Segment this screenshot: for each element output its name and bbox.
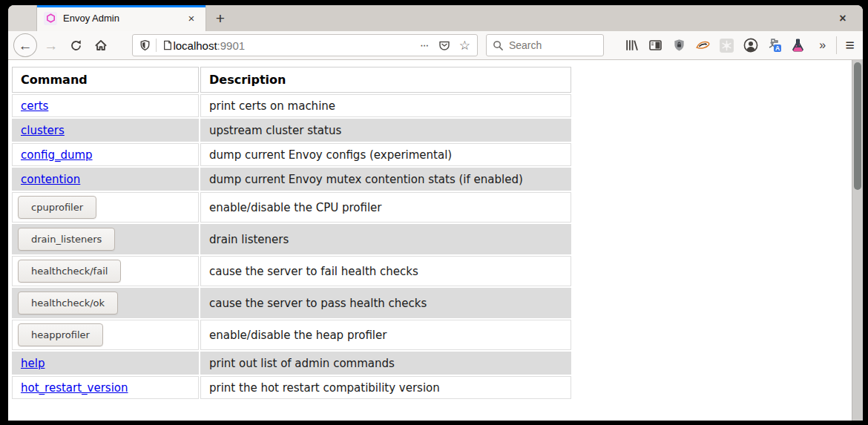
overflow-chevron-icon[interactable]: »	[814, 38, 829, 53]
tab-close-icon[interactable]: ×	[184, 11, 199, 26]
button-healthcheck-ok[interactable]: healthcheck/ok	[18, 291, 118, 314]
table-row: hot_restart_version print the hot restar…	[12, 376, 571, 399]
page-content: Command Description certs print certs on…	[8, 60, 863, 421]
library-icon[interactable]	[624, 38, 640, 53]
account-icon[interactable]	[743, 38, 758, 53]
titlebar-spacer	[8, 5, 37, 31]
svg-text:A: A	[775, 45, 780, 52]
menu-icon[interactable]: ≡	[842, 38, 858, 53]
back-button[interactable]: ←	[13, 33, 37, 57]
back-icon: ←	[18, 39, 32, 53]
row-description: dump current Envoy configs (experimental…	[200, 143, 571, 166]
table-row: help print out list of admin commands	[12, 352, 571, 375]
table-row: healthcheck/ok cause the server to pass …	[12, 288, 571, 318]
column-header-description: Description	[200, 67, 571, 93]
url-text[interactable]: localhost:9901	[173, 39, 420, 52]
url-bar[interactable]: localhost:9901 ⋯ ☆	[132, 34, 478, 56]
table-header-row: Command Description	[12, 67, 571, 93]
row-description: cause the server to pass health checks	[200, 288, 571, 318]
row-description: enable/disable the heap profiler	[200, 320, 571, 350]
ext-snowflake-icon[interactable]	[719, 38, 734, 53]
table-row: heapprofiler enable/disable the heap pro…	[12, 320, 571, 350]
tab-envoy-admin[interactable]: Envoy Admin ×	[37, 5, 206, 31]
search-input[interactable]	[509, 39, 597, 51]
table-row: healthcheck/fail cause the server to fai…	[12, 256, 571, 286]
row-description: drain listeners	[200, 224, 571, 254]
sidebar-icon[interactable]	[648, 38, 663, 53]
button-healthcheck-fail[interactable]: healthcheck/fail	[18, 260, 121, 283]
pocket-icon[interactable]	[438, 39, 450, 51]
link-hot-restart-version[interactable]: hot_restart_version	[21, 381, 128, 395]
vertical-scrollbar[interactable]	[852, 60, 863, 421]
row-description: cause the server to fail health checks	[200, 256, 571, 286]
column-header-command: Command	[12, 67, 199, 93]
toolbar-icons: A »	[624, 38, 829, 53]
row-description: upstream cluster status	[200, 119, 571, 142]
search-bar[interactable]	[486, 34, 604, 56]
ext-flask-icon[interactable]	[790, 38, 806, 53]
tab-strip: Envoy Admin × + ×	[8, 5, 863, 31]
search-icon	[493, 40, 504, 51]
table-row: cpuprofiler enable/disable the CPU profi…	[12, 192, 571, 223]
home-icon	[94, 39, 108, 52]
row-description: dump current Envoy mutex contention stat…	[200, 168, 571, 191]
button-heapprofiler[interactable]: heapprofiler	[18, 323, 103, 346]
table-row: clusters upstream cluster status	[12, 119, 571, 142]
link-certs[interactable]: certs	[21, 99, 48, 113]
table-row: config_dump dump current Envoy configs (…	[12, 143, 571, 166]
tab-title: Envoy Admin	[63, 13, 184, 24]
forward-button[interactable]: →	[40, 34, 62, 56]
table-row: drain_listeners drain listeners	[12, 224, 571, 254]
admin-commands-table: Command Description certs print certs on…	[10, 65, 573, 401]
window-close-button[interactable]: ×	[829, 5, 857, 31]
scrollbar-thumb[interactable]	[854, 62, 861, 190]
url-port: :9901	[217, 39, 246, 52]
page-info-icon[interactable]	[162, 39, 173, 51]
row-description: print the hot restart compatibility vers…	[200, 376, 571, 399]
page-actions-icon[interactable]: ⋯	[421, 41, 430, 50]
bookmark-star-icon[interactable]: ☆	[459, 38, 470, 53]
link-clusters[interactable]: clusters	[21, 124, 65, 137]
ext-raccoon-icon[interactable]	[695, 38, 711, 53]
row-description: enable/disable the CPU profiler	[200, 192, 571, 223]
url-host: localhost	[173, 39, 217, 52]
new-tab-button[interactable]: +	[206, 5, 234, 31]
table-row: certs print certs on machine	[12, 94, 571, 117]
ext-shield-lock-icon[interactable]	[671, 38, 687, 53]
reload-icon	[70, 39, 82, 52]
browser-window: Envoy Admin × + × ← →	[8, 5, 863, 421]
link-help[interactable]: help	[21, 357, 45, 370]
button-cpuprofiler[interactable]: cpuprofiler	[18, 196, 96, 219]
screenshot-frame: Envoy Admin × + × ← →	[0, 0, 868, 425]
button-drain-listeners[interactable]: drain_listeners	[18, 228, 115, 251]
tracking-protection-shield-icon[interactable]	[139, 39, 151, 51]
toolbar-separator	[836, 36, 837, 54]
urlbar-separator	[156, 39, 157, 52]
row-description: print out list of admin commands	[200, 352, 571, 375]
ext-translate-icon[interactable]: A	[766, 38, 782, 53]
envoy-favicon-icon	[44, 12, 57, 25]
table-row: contention dump current Envoy mutex cont…	[12, 168, 571, 191]
link-config-dump[interactable]: config_dump	[21, 148, 93, 162]
link-contention[interactable]: contention	[21, 173, 80, 186]
row-description: print certs on machine	[200, 94, 571, 117]
reload-button[interactable]	[65, 34, 88, 56]
forward-icon: →	[44, 39, 58, 53]
navigation-toolbar: ← →	[8, 31, 863, 60]
home-button[interactable]	[91, 34, 113, 56]
